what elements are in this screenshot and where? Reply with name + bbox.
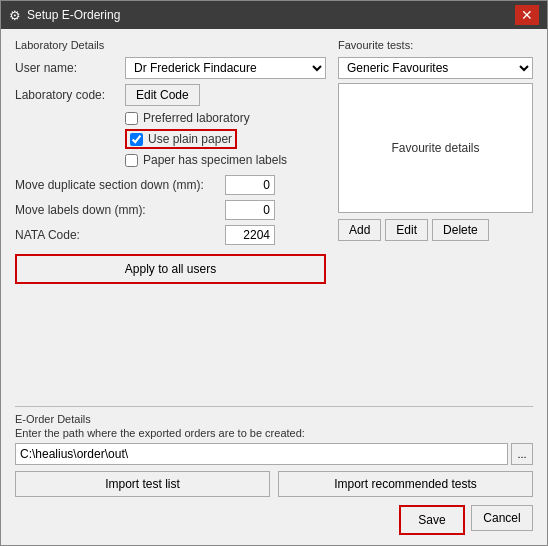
bottom-section: E-Order Details Enter the path where the… xyxy=(15,400,533,535)
nata-input[interactable]: 2204 xyxy=(225,225,275,245)
lab-details-label: Laboratory Details xyxy=(15,39,326,51)
favourite-tests-section: Generic Favourites Favourite details Add… xyxy=(338,57,533,241)
move-dup-input[interactable]: 0 xyxy=(225,175,275,195)
eorder-label: E-Order Details xyxy=(15,413,533,425)
paper-specimen-label: Paper has specimen labels xyxy=(143,153,287,167)
preferred-lab-row: Preferred laboratory xyxy=(125,111,326,125)
paper-specimen-row: Paper has specimen labels xyxy=(125,153,326,167)
import-recommended-button[interactable]: Import recommended tests xyxy=(278,471,533,497)
edit-code-button[interactable]: Edit Code xyxy=(125,84,200,106)
left-panel: Laboratory Details User name: Dr Frederi… xyxy=(15,39,326,396)
username-select[interactable]: Dr Frederick Findacure xyxy=(125,57,326,79)
username-control: Dr Frederick Findacure xyxy=(125,57,326,79)
fav-details-box: Favourite details xyxy=(338,83,533,213)
add-button[interactable]: Add xyxy=(338,219,381,241)
move-labels-row: Move labels down (mm): 0 xyxy=(15,200,326,220)
username-label: User name: xyxy=(15,61,125,75)
paper-specimen-checkbox[interactable] xyxy=(125,154,138,167)
eorder-desc: Enter the path where the exported orders… xyxy=(15,427,533,439)
top-section: Laboratory Details User name: Dr Frederi… xyxy=(15,39,533,396)
labcode-row: Laboratory code: Edit Code xyxy=(15,84,326,106)
username-row: User name: Dr Frederick Findacure xyxy=(15,57,326,79)
use-plain-paper-highlight: Use plain paper xyxy=(125,129,237,149)
title-bar: ⚙ Setup E-Ordering ✕ xyxy=(1,1,547,29)
fav-tests-label: Favourite tests: xyxy=(338,39,533,51)
main-content: Laboratory Details User name: Dr Frederi… xyxy=(1,29,547,545)
import-row: Import test list Import recommended test… xyxy=(15,471,533,497)
use-plain-paper-row: Use plain paper xyxy=(125,129,326,149)
save-button[interactable]: Save xyxy=(401,507,463,533)
move-dup-row: Move duplicate section down (mm): 0 xyxy=(15,175,326,195)
import-test-list-button[interactable]: Import test list xyxy=(15,471,270,497)
use-plain-paper-label: Use plain paper xyxy=(148,132,232,146)
nata-row: NATA Code: 2204 xyxy=(15,225,326,245)
browse-button[interactable]: ... xyxy=(511,443,533,465)
right-panel: Favourite tests: Generic Favourites Favo… xyxy=(338,39,533,396)
fav-details-label: Favourite details xyxy=(391,141,479,155)
cancel-button[interactable]: Cancel xyxy=(471,505,533,531)
fav-buttons: Add Edit Delete xyxy=(338,219,533,241)
nata-label: NATA Code: xyxy=(15,228,225,242)
delete-button[interactable]: Delete xyxy=(432,219,489,241)
labcode-label: Laboratory code: xyxy=(15,88,125,102)
action-row: Save Cancel xyxy=(15,505,533,535)
apply-btn-wrapper: Apply to all users xyxy=(15,254,326,284)
path-row: ... xyxy=(15,443,533,465)
move-labels-label: Move labels down (mm): xyxy=(15,203,225,217)
close-button[interactable]: ✕ xyxy=(515,5,539,25)
divider xyxy=(15,406,533,407)
preferred-lab-label: Preferred laboratory xyxy=(143,111,250,125)
window-icon: ⚙ xyxy=(9,8,21,23)
apply-all-users-button[interactable]: Apply to all users xyxy=(17,256,324,282)
use-plain-paper-checkbox[interactable] xyxy=(130,133,143,146)
move-labels-input[interactable]: 0 xyxy=(225,200,275,220)
preferred-lab-checkbox[interactable] xyxy=(125,112,138,125)
window-title: Setup E-Ordering xyxy=(27,8,515,22)
setup-eordering-window: ⚙ Setup E-Ordering ✕ Laboratory Details … xyxy=(0,0,548,546)
path-input[interactable] xyxy=(15,443,508,465)
edit-button[interactable]: Edit xyxy=(385,219,428,241)
fav-tests-select[interactable]: Generic Favourites xyxy=(338,57,533,79)
move-dup-label: Move duplicate section down (mm): xyxy=(15,178,225,192)
save-btn-wrapper: Save xyxy=(399,505,465,535)
